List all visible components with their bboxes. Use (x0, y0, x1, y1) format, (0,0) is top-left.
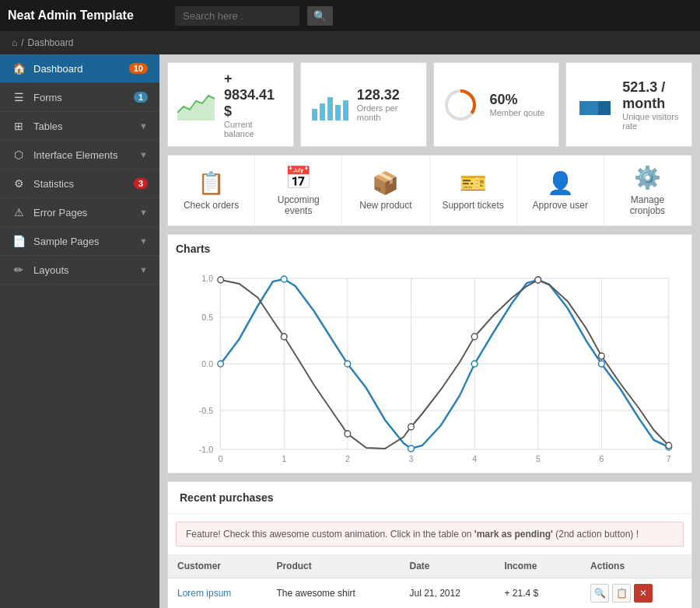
date-cell: Jul 21, 2012 (400, 578, 495, 609)
gear-icon: ⚙️ (634, 165, 661, 190)
svg-point-36 (218, 361, 224, 367)
col-customer: Customer (168, 554, 267, 578)
svg-text:-1.0: -1.0 (199, 445, 213, 454)
clipboard-icon: 📋 (198, 170, 225, 196)
chart-area: 1.0 0.5 0.0 -0.5 -1.0 0 1 2 3 4 5 6 7 (176, 263, 684, 465)
sidebar-item-dashboard[interactable]: 🏠 Dashboard 10 (0, 54, 159, 83)
search-button[interactable]: 🔍 (307, 6, 333, 26)
sidebar-item-tables[interactable]: ⊞ Tables ▼ (0, 112, 159, 141)
balance-value: + 9834.41 $ (224, 71, 284, 120)
sample-icon: 📄 (12, 235, 26, 247)
action-approve-user[interactable]: 👤 Approve user (517, 155, 604, 225)
purchases-section: Recent purchases Feature! Check this awe… (167, 481, 692, 608)
feature-banner: Feature! Check this awesome custom anima… (176, 522, 684, 547)
box-icon: 📦 (372, 170, 399, 196)
action-upcoming-events[interactable]: 📅 Upcoming events (255, 155, 342, 225)
forms-icon: ☰ (12, 91, 26, 103)
edit-icon[interactable]: 📋 (612, 584, 631, 603)
chevron-down-icon: ▼ (139, 150, 148, 159)
svg-text:0.5: 0.5 (201, 313, 213, 322)
sidebar-item-label: Error Pages (33, 207, 87, 218)
dashboard-icon: 🏠 (12, 62, 26, 75)
app-title: Neat Admin Template (8, 9, 167, 23)
visitors-value: 521.3 / month (622, 79, 682, 112)
delete-icon[interactable]: ✕ (634, 584, 653, 603)
sidebar-item-sample-pages[interactable]: 📄 Sample Pages ▼ (0, 227, 159, 256)
chevron-down-icon: ▼ (139, 236, 148, 246)
svg-point-49 (535, 277, 541, 283)
sidebar-item-forms[interactable]: ☰ Forms 1 (0, 83, 159, 112)
actions-row: 📋 Check orders 📅 Upcoming events 📦 New p… (167, 155, 692, 226)
stat-card-balance: + 9834.41 $ Current balance (167, 62, 294, 147)
sidebar-item-label: Sample Pages (33, 236, 100, 247)
chevron-down-icon: ▼ (139, 121, 148, 131)
product-cell: The awesome shirt (267, 578, 400, 609)
balance-label: Current balance (224, 120, 284, 138)
statistics-badge: 3 (134, 178, 148, 189)
customer-link[interactable]: Lorem ipsum (177, 588, 231, 599)
action-manage-cronjobs[interactable]: ⚙️ Manage cronjobs (604, 155, 691, 225)
search-input[interactable] (175, 6, 299, 26)
action-support-tickets[interactable]: 🎫 Support tickets (430, 155, 517, 225)
col-product: Product (267, 554, 400, 578)
svg-point-42 (599, 361, 605, 367)
calendar-icon: 📅 (285, 165, 312, 190)
statistics-icon: ⚙ (12, 177, 26, 190)
sidebar-item-error-pages[interactable]: ⚠ Error Pages ▼ (0, 198, 159, 227)
orders-chart-icon (310, 89, 349, 121)
action-new-product[interactable]: 📦 New product (342, 155, 429, 225)
sidebar-item-label: Statistics (33, 178, 74, 190)
action-label: New product (359, 200, 411, 211)
sidebar-item-statistics[interactable]: ⚙ Statistics 3 (0, 169, 159, 198)
table-row: Lorem ipsum The awesome shirt Jul 21, 20… (168, 578, 691, 609)
svg-text:1.0: 1.0 (201, 274, 213, 283)
view-icon[interactable]: 🔍 (590, 584, 609, 603)
col-date: Date (400, 554, 495, 578)
member-label: Member qoute (490, 108, 545, 117)
sidebar-item-label: Layouts (33, 264, 69, 276)
svg-point-38 (345, 361, 351, 367)
breadcrumb-separator: / (21, 37, 23, 48)
svg-marker-0 (177, 96, 215, 121)
action-check-orders[interactable]: 📋 Check orders (168, 155, 255, 225)
stats-row: + 9834.41 $ Current balance 128.32 (167, 62, 692, 147)
svg-point-50 (599, 353, 605, 359)
svg-text:0: 0 (219, 454, 223, 463)
dashboard-badge: 10 (129, 63, 148, 74)
layouts-icon: ✏ (12, 264, 26, 276)
chevron-down-icon: ▼ (139, 208, 148, 217)
sidebar-item-interface-elements[interactable]: ⬡ Interface Elements ▼ (0, 141, 159, 169)
svg-point-47 (408, 424, 415, 430)
feature-highlight: 'mark as pending' (474, 529, 553, 540)
user-icon: 👤 (547, 170, 574, 196)
tables-icon: ⊞ (12, 120, 26, 132)
ticket-icon: 🎫 (460, 170, 487, 196)
svg-text:-0.5: -0.5 (199, 406, 213, 415)
svg-text:4: 4 (472, 454, 477, 463)
sidebar: 🏠 Dashboard 10 ☰ Forms 1 ⊞ Tables ▼ ⬡ In… (0, 54, 159, 608)
svg-text:3: 3 (409, 454, 414, 463)
svg-rect-4 (335, 105, 341, 121)
svg-point-37 (281, 276, 287, 282)
visitors-label: Unique visitors rate (622, 112, 682, 131)
svg-rect-9 (579, 101, 598, 115)
member-chart-icon (443, 89, 482, 121)
stat-card-orders: 128.32 Orders per month (300, 62, 427, 147)
action-label: Support tickets (442, 200, 503, 211)
balance-chart-icon (177, 89, 216, 121)
stat-card-visitors: 521.3 / month Unique visitors rate (565, 62, 692, 147)
purchases-table: Customer Product Date Income Actions Lor… (168, 554, 691, 608)
orders-value: 128.32 (357, 87, 417, 103)
svg-text:1: 1 (282, 454, 286, 463)
home-icon[interactable]: ⌂ (12, 37, 17, 48)
main-content: + 9834.41 $ Current balance 128.32 (159, 54, 700, 608)
col-actions: Actions (581, 554, 691, 578)
sidebar-item-layouts[interactable]: ✏ Layouts ▼ (0, 256, 159, 285)
svg-point-51 (666, 442, 672, 449)
sidebar-item-label: Tables (33, 121, 63, 132)
svg-text:5: 5 (536, 454, 541, 463)
svg-point-46 (345, 431, 351, 437)
svg-text:6: 6 (599, 454, 604, 463)
col-income: Income (495, 554, 581, 578)
feature-text: Feature! Check this awesome custom anima… (186, 529, 474, 540)
